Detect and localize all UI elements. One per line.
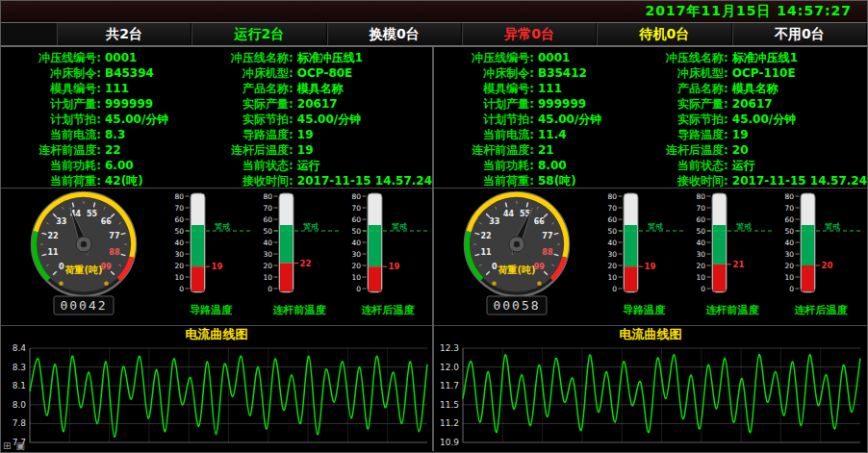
machine-info: 冲压线编号:0001冲床制令:B35412模具编号:111计划产量:999999… — [434, 47, 867, 189]
title-bar: 2017年11月15日 14:57:27 — [1, 1, 867, 22]
status-item-2[interactable]: 换模0台 — [327, 23, 462, 45]
thermometer-gauge: 01020304050607080警戒20 — [777, 189, 865, 308]
info-value: OCP-80E — [297, 65, 352, 81]
info-row: 冲压线编号:0001 — [1, 50, 193, 65]
thermometer-0: 01020304050607080警戒19导路温度 — [166, 189, 255, 325]
thermometer-gauge: 01020304050607080警戒19 — [344, 189, 432, 308]
info-label: 当前荷重: — [434, 173, 534, 189]
info-row: 冲压线名称:标准冲压线1 — [193, 50, 432, 65]
thermo-tick-label: 40 — [263, 239, 272, 247]
gauge-tick-label: 44 — [503, 210, 515, 218]
thermometer-label: 连杆前温度 — [273, 303, 326, 317]
info-label: 冲床制令: — [1, 65, 101, 81]
gauge-tick-label: 11 — [481, 248, 493, 257]
info-label: 冲床机型: — [193, 65, 294, 81]
info-value: 2017-11-15 14.57.24 — [732, 173, 867, 189]
info-value: 20617 — [732, 96, 773, 112]
info-value: 2017-11-15 14.57.24 — [297, 173, 432, 189]
thermo-tick-label: 20 — [607, 262, 617, 270]
thermo-value: 20 — [822, 261, 833, 270]
thermo-tick-label: 30 — [607, 250, 617, 259]
status-item-3[interactable]: 异常0台 — [462, 23, 597, 45]
info-value: 20 — [732, 142, 749, 158]
thermometer-label: 连杆后温度 — [362, 303, 415, 317]
info-label: 计划节拍: — [1, 112, 101, 127]
info-value: 0001 — [538, 50, 570, 65]
info-value: 58(吨) — [538, 173, 576, 189]
info-label: 接收时间: — [193, 173, 294, 189]
info-value: 19 — [297, 142, 314, 158]
thermo-value: 19 — [389, 262, 400, 271]
thermo-tick-label: 50 — [263, 227, 272, 236]
thermometer-2: 01020304050607080警戒20连杆后温度 — [777, 189, 865, 325]
thermo-tick-label: 40 — [696, 239, 705, 247]
chart-y-tick-label: 8.1 — [13, 381, 26, 390]
thermo-tick-label: 70 — [263, 204, 272, 213]
gauge-tick-label: 33 — [489, 217, 499, 226]
info-value: 20617 — [297, 96, 338, 112]
info-row: 连杆后温度:19 — [193, 142, 432, 158]
load-gauge: 0112233445566778899荷重(吨)00042 — [1, 189, 166, 325]
info-label: 接收时间: — [628, 173, 728, 189]
gauge-tick-label: 66 — [101, 217, 113, 226]
thermo-fill-low — [191, 266, 204, 291]
gauge-tick-label: 11 — [48, 248, 60, 257]
thermometer-1: 01020304050607080警戒21连杆前温度 — [688, 189, 777, 325]
info-row: 实际节拍:45.00/分钟 — [193, 112, 432, 127]
info-label: 冲床制令: — [434, 65, 534, 81]
chart-title: 电流曲线图 — [1, 326, 432, 343]
thermo-value: 22 — [300, 259, 312, 268]
status-item-1[interactable]: 运行2台 — [191, 23, 326, 45]
thermo-tick-label: 20 — [174, 262, 184, 270]
info-row: 冲床机型:OCP-80E — [193, 65, 432, 81]
info-label: 冲压线名称: — [193, 50, 294, 65]
thermo-tick-label: 60 — [784, 215, 794, 224]
chart-y-tick-label: 7.8 — [13, 418, 27, 428]
info-value: 8.3 — [105, 127, 125, 142]
info-row: 当前状态:运行 — [193, 158, 432, 173]
status-item-label: 换模0台 — [370, 26, 420, 43]
datetime-display: 2017年11月15日 14:57:27 — [646, 3, 852, 20]
thermo-tick-label: 10 — [174, 273, 184, 282]
load-gauge: 0112233445566778899荷重(吨)00058 — [434, 189, 600, 325]
info-label: 计划产量: — [434, 96, 534, 112]
thermo-warning-label: 警戒 — [215, 222, 230, 231]
chart-y-tick-label: 8.0 — [13, 400, 27, 410]
status-item-4[interactable]: 待机0台 — [597, 23, 731, 45]
gauge-tick-label: 77 — [542, 232, 552, 240]
info-row: 连杆前温度:21 — [434, 142, 628, 158]
thermo-tick-label: 0 — [179, 285, 184, 293]
window-icon[interactable]: ▣ — [15, 440, 24, 452]
info-column-1: 冲压线名称:标准冲压线1冲床机型:OCP-80E产品名称:模具名称实际产量:20… — [193, 50, 432, 188]
thermo-fill-low — [625, 266, 637, 291]
thermo-tick-label: 0 — [612, 285, 617, 293]
machine-gauges: 0112233445566778899荷重(吨)0005801020304050… — [434, 189, 867, 326]
thermo-tick-label: 40 — [174, 239, 184, 247]
info-row: 产品名称:模具名称 — [628, 81, 867, 96]
thermo-tick-label: 80 — [351, 192, 361, 201]
thermo-value: 19 — [212, 262, 223, 271]
thermometer-1: 01020304050607080警戒22连杆前温度 — [255, 189, 344, 325]
chart-y-tick-label: 11.5 — [440, 400, 459, 410]
info-label: 实际产量: — [628, 96, 728, 112]
info-label: 连杆前温度: — [1, 142, 101, 158]
info-label: 当前荷重: — [1, 173, 101, 189]
status-item-5[interactable]: 不用0台 — [732, 23, 867, 45]
info-row: 计划节拍:45.00/分钟 — [434, 112, 628, 127]
info-label: 模具编号: — [1, 81, 101, 96]
thermo-tick-label: 10 — [607, 273, 617, 282]
info-label: 计划节拍: — [434, 112, 534, 127]
thermo-tick-label: 30 — [174, 250, 184, 259]
status-item-0[interactable]: 共2台 — [57, 23, 191, 45]
thermometer-label: 导路温度 — [190, 303, 232, 317]
windows-start-icon[interactable]: ⊞ — [3, 440, 11, 452]
status-item-label: 不用0台 — [775, 26, 825, 43]
load-digital-readout: 00058 — [493, 298, 540, 313]
info-label: 冲床机型: — [628, 65, 728, 81]
current-chart: 电流曲线图8.48.38.18.07.87.7 — [1, 326, 432, 451]
info-row: 计划节拍:45.00/分钟 — [1, 112, 193, 127]
gauge-tick-label: 88 — [109, 248, 120, 257]
thermo-tick-label: 30 — [263, 250, 272, 259]
thermo-tick-label: 10 — [784, 273, 794, 282]
info-value: 999999 — [538, 96, 586, 112]
